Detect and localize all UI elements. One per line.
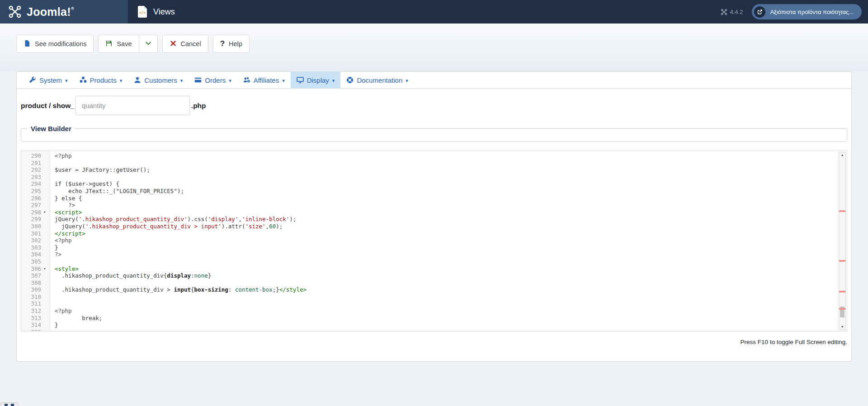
chevron-down-icon xyxy=(145,40,152,48)
code-line: 312<?php xyxy=(21,307,847,315)
menu-item-orders[interactable]: Orders▾ xyxy=(189,72,237,88)
file-icon xyxy=(24,40,31,48)
caret-down-icon: ▾ xyxy=(180,78,183,84)
file-name-suffix: .php xyxy=(191,102,206,110)
menu-item-label: Products xyxy=(90,76,117,84)
line-number: 290 xyxy=(21,152,50,160)
scroll-up-arrow-icon[interactable]: ▲ xyxy=(839,152,845,158)
joomla-logo: Joomla!® xyxy=(0,0,128,24)
menu-item-products[interactable]: Products▾ xyxy=(74,72,128,88)
top-bar: Joomla!® </> Views 4.4.2 xyxy=(0,0,868,24)
code-line: 301</script> xyxy=(21,230,847,237)
code-line: 300 jQuery('.hikashop_product_quantity_d… xyxy=(21,223,847,230)
code-line: 314} xyxy=(21,321,847,329)
code-line: 313 break; xyxy=(21,315,847,322)
toolbar: See modifications Save xyxy=(0,24,868,71)
code-line: 290<?php xyxy=(21,152,847,160)
line-number: 298▾ xyxy=(21,209,50,216)
menu-item-documentation[interactable]: Documentation▾ xyxy=(340,72,414,88)
line-number: 313 xyxy=(21,315,50,322)
line-number: 312 xyxy=(21,307,50,315)
fold-arrow-icon[interactable]: ▾ xyxy=(43,265,46,273)
file-name-prefix: product / show_ xyxy=(21,102,75,110)
see-modifications-button[interactable]: See modifications xyxy=(16,35,94,53)
corner-stub[interactable] xyxy=(0,402,19,406)
promo-button[interactable]: Αξιόπιστα προϊόντα ποιότητας... xyxy=(752,4,862,19)
save-button[interactable]: Save xyxy=(98,35,139,53)
cancel-button[interactable]: Cancel xyxy=(162,35,208,53)
scroll-down-arrow-icon[interactable]: ▼ xyxy=(839,324,845,330)
caret-down-icon: ▾ xyxy=(229,78,231,84)
line-number: 314 xyxy=(21,321,50,329)
scrollbar-annotation-mark xyxy=(839,291,845,293)
question-mark-icon: ? xyxy=(220,39,225,48)
life-ring-icon xyxy=(346,76,354,84)
scrollbar-track[interactable] xyxy=(839,158,845,324)
caret-down-icon: ▾ xyxy=(65,78,68,84)
scrollbar-annotation-mark xyxy=(839,260,845,262)
editor-scrollbar[interactable]: ▲ ▼ xyxy=(839,152,846,330)
code-line: 303} xyxy=(21,244,847,251)
main-card: System▾Products▾Customers▾Orders▾Affilia… xyxy=(16,71,852,362)
line-number: 311 xyxy=(21,300,50,307)
line-number: 304 xyxy=(21,251,50,258)
menu-item-customers[interactable]: Customers▾ xyxy=(128,72,189,88)
line-number: 307 xyxy=(21,272,50,279)
code-line: 297 ?> xyxy=(21,202,847,209)
caret-down-icon: ▾ xyxy=(406,78,408,84)
save-icon xyxy=(105,40,113,48)
code-line: 311 xyxy=(21,300,847,307)
cubes-icon xyxy=(80,76,87,84)
code-line: 302<?php xyxy=(21,237,847,244)
code-line: 307 .hikashop_product_quantity_div{displ… xyxy=(21,272,847,279)
code-line: 315 xyxy=(21,329,847,331)
code-line: 298▾<script> xyxy=(21,209,847,216)
code-line: 309 .hikashop_product_quantity_div > inp… xyxy=(21,286,847,293)
menubar: System▾Products▾Customers▾Orders▾Affilia… xyxy=(17,72,851,89)
line-number: 293 xyxy=(21,174,50,181)
code-line: 292$user = JFactory::getUser(); xyxy=(21,166,847,174)
code-line: 308 xyxy=(21,279,847,287)
menu-item-system[interactable]: System▾ xyxy=(23,72,74,88)
line-number: 295 xyxy=(21,188,50,195)
joomla-knot-icon xyxy=(8,5,22,19)
help-button[interactable]: ? Help xyxy=(213,35,250,53)
file-name-input[interactable] xyxy=(75,96,190,115)
code-line: 305 xyxy=(21,258,847,265)
code-line: 295 echo JText::_("LOGIN_FOR_PRICES"); xyxy=(21,188,847,195)
menu-item-label: Affiliates xyxy=(254,76,279,84)
line-number: 315 xyxy=(21,329,50,331)
line-number: 291 xyxy=(21,160,50,167)
menu-item-label: System xyxy=(39,76,62,84)
line-number: 302 xyxy=(21,237,50,244)
menu-item-affiliates[interactable]: Affiliates▾ xyxy=(237,72,291,88)
line-number: 296 xyxy=(21,195,50,202)
menu-item-label: Display xyxy=(307,76,329,84)
line-number: 300 xyxy=(21,223,50,230)
code-line: 310 xyxy=(21,293,847,301)
line-number: 306▾ xyxy=(21,265,50,273)
top-right: 4.4.2 Αξιόπιστα προϊόντα ποιότητας... xyxy=(721,4,868,19)
fold-arrow-icon[interactable]: ▾ xyxy=(43,209,46,216)
logo-text: Joomla!® xyxy=(27,5,74,19)
promo-label: Αξιόπιστα προϊόντα ποιότητας... xyxy=(770,9,854,15)
code-line: 294if ($user->guest) { xyxy=(21,180,847,188)
screen: Joomla!® </> Views 4.4.2 xyxy=(0,0,868,406)
line-number: 294 xyxy=(21,180,50,188)
code-line: 304?> xyxy=(21,251,847,258)
menu-item-display[interactable]: Display▾ xyxy=(291,72,341,88)
views-file-icon: </> xyxy=(138,6,147,18)
code-line: 291 xyxy=(21,160,847,167)
line-number: 305 xyxy=(21,258,50,265)
save-split-button: Save xyxy=(98,35,157,53)
code-editor[interactable]: 290<?php291292$user = JFactory::getUser(… xyxy=(21,151,847,331)
code-lines: 290<?php291292$user = JFactory::getUser(… xyxy=(21,151,847,331)
code-line: 293 xyxy=(21,174,847,181)
menu-item-label: Documentation xyxy=(357,76,402,84)
save-options-button[interactable] xyxy=(139,35,158,53)
caret-down-icon: ▾ xyxy=(282,78,285,84)
view-builder-legend: View Builder xyxy=(27,125,75,132)
fullscreen-hint: Press F10 to toggle Full Screen editing. xyxy=(17,339,847,345)
code-line: 306▾<style> xyxy=(21,265,847,273)
scrollbar-annotation-mark xyxy=(839,210,845,212)
